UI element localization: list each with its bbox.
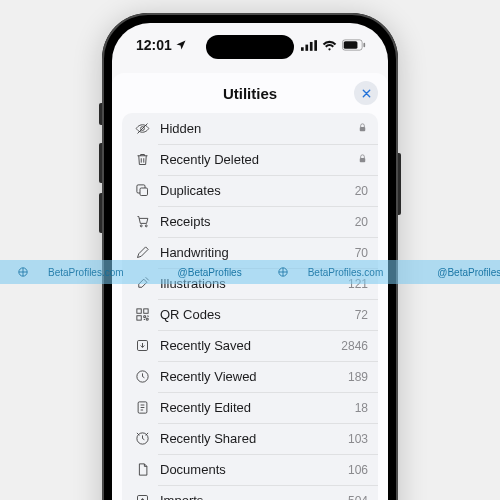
row-recently-saved[interactable]: Recently Saved2846 [122, 330, 378, 361]
utilities-list: HiddenRecently DeletedDuplicates20Receip… [122, 113, 378, 500]
phone-frame: 12:01 Utilities HiddenRecently DeletedDu… [102, 13, 398, 500]
row-label: Recently Saved [160, 338, 341, 353]
svg-rect-4 [310, 41, 313, 50]
svg-rect-3 [305, 44, 308, 50]
row-label: Recently Viewed [160, 369, 348, 384]
row-recently-edited[interactable]: Recently Edited18 [122, 392, 378, 423]
svg-rect-7 [344, 41, 358, 49]
row-label: Receipts [160, 214, 355, 229]
row-count: 18 [355, 401, 368, 415]
row-count: 103 [348, 432, 368, 446]
import-icon [132, 493, 152, 500]
row-label: Documents [160, 462, 348, 477]
row-label: Recently Edited [160, 400, 355, 415]
row-label: Hidden [160, 121, 357, 136]
duplicate-icon [132, 183, 152, 198]
cart-icon [132, 214, 152, 229]
watermark-strip: BetaProfiles.com @BetaProfiles BetaProfi… [0, 260, 500, 284]
svg-rect-5 [314, 40, 317, 51]
row-count: 70 [355, 246, 368, 260]
row-recently-deleted[interactable]: Recently Deleted [122, 144, 378, 175]
row-documents[interactable]: Documents106 [122, 454, 378, 485]
row-label: Handwriting [160, 245, 355, 260]
battery-icon [342, 39, 366, 51]
dynamic-island [206, 35, 294, 59]
svg-rect-8 [363, 43, 365, 47]
wifi-icon [322, 40, 337, 51]
row-count: 504 [348, 494, 368, 501]
row-count: 2846 [341, 339, 368, 353]
qrcode-icon [132, 307, 152, 322]
trash-icon [132, 152, 152, 167]
row-label: Imports [160, 493, 348, 500]
row-count: 20 [355, 184, 368, 198]
row-qr-codes[interactable]: QR Codes72 [122, 299, 378, 330]
row-hidden[interactable]: Hidden [122, 113, 378, 144]
row-count: 20 [355, 215, 368, 229]
lock-icon [357, 153, 368, 167]
pencil-icon [132, 245, 152, 260]
row-imports[interactable]: Imports504 [122, 485, 378, 500]
close-button[interactable] [354, 81, 378, 105]
row-label: Recently Shared [160, 431, 348, 446]
eye-slash-icon [132, 121, 152, 136]
sheet-title: Utilities [223, 85, 277, 102]
row-recently-viewed[interactable]: Recently Viewed189 [122, 361, 378, 392]
cellular-icon [301, 40, 317, 51]
row-duplicates[interactable]: Duplicates20 [122, 175, 378, 206]
svg-rect-2 [301, 47, 304, 51]
row-receipts[interactable]: Receipts20 [122, 206, 378, 237]
row-count: 72 [355, 308, 368, 322]
close-icon [361, 88, 372, 99]
clock-icon [132, 369, 152, 384]
row-label: QR Codes [160, 307, 355, 322]
location-icon [175, 39, 187, 51]
document-icon [132, 462, 152, 477]
share-clock-icon [132, 431, 152, 446]
row-label: Duplicates [160, 183, 355, 198]
row-count: 106 [348, 463, 368, 477]
row-recently-shared[interactable]: Recently Shared103 [122, 423, 378, 454]
lock-icon [357, 122, 368, 136]
status-time: 12:01 [136, 37, 172, 53]
edit-doc-icon [132, 400, 152, 415]
row-label: Recently Deleted [160, 152, 357, 167]
download-icon [132, 338, 152, 353]
row-count: 189 [348, 370, 368, 384]
utilities-sheet: Utilities HiddenRecently DeletedDuplicat… [112, 73, 388, 500]
